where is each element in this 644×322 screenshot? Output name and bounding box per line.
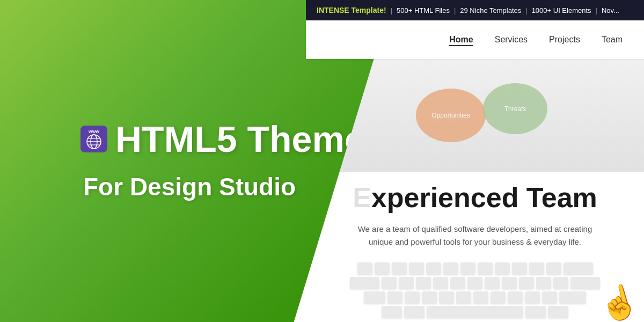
key [485, 277, 500, 289]
nav-link-home[interactable]: Home [449, 35, 473, 46]
key-row-3 [350, 291, 600, 303]
spacebar-key [427, 306, 523, 318]
key [473, 291, 488, 303]
nav-link-projects[interactable]: Projects [549, 35, 580, 44]
sep1: | [391, 6, 392, 14]
svg-text:WWW: WWW [89, 130, 99, 134]
key [508, 291, 523, 303]
nav-item-team[interactable]: Team [602, 35, 623, 45]
key [409, 262, 424, 274]
key [460, 262, 475, 274]
key [456, 291, 471, 303]
nav-link-services[interactable]: Services [495, 35, 528, 44]
nav-links: Home Services Projects Team [449, 35, 623, 45]
swot-bubbles: Opportunities Threats [384, 72, 566, 169]
nav-link-team[interactable]: Team [602, 35, 623, 44]
announcement-item-3: 1000+ UI Elements [532, 6, 591, 14]
key [357, 262, 372, 274]
navbar: Home Services Projects Team [306, 20, 644, 59]
sep3: | [525, 6, 527, 14]
key [399, 277, 414, 289]
main-title: HTML5 Theme [115, 121, 365, 157]
key [525, 291, 540, 303]
key [564, 262, 593, 274]
key [553, 277, 568, 289]
hero-heading-text: xperienced Team [371, 182, 597, 213]
key [525, 306, 546, 318]
key-row-2 [350, 277, 600, 289]
logo-area: WWW HTML5 Theme [80, 121, 392, 157]
key [433, 277, 448, 289]
hero-heading-prefix: E [353, 182, 371, 213]
swot-container: Opportunities Threats [373, 62, 577, 180]
sep2: | [454, 6, 456, 14]
hero-description: We are a team of qualified software deve… [346, 223, 604, 248]
announcement-highlight: INTENSE Template! [317, 6, 386, 14]
announcement-item-1: 500+ HTML Files [397, 6, 450, 14]
sep4: | [596, 6, 597, 14]
key [350, 277, 379, 289]
hero-heading: Experienced Team [322, 182, 628, 213]
announcement-bar: INTENSE Template! | 500+ HTML Files | 29… [306, 0, 644, 20]
keyboard-mockup [350, 262, 600, 318]
key [387, 291, 402, 303]
bubble-threats: Threats [483, 83, 547, 134]
key [443, 262, 458, 274]
nav-item-projects[interactable]: Projects [549, 35, 580, 45]
key [548, 306, 568, 318]
key [570, 277, 600, 289]
key [502, 277, 517, 289]
key [416, 277, 431, 289]
key [536, 277, 551, 289]
key [559, 291, 586, 303]
key [426, 262, 441, 274]
nav-item-services[interactable]: Services [495, 35, 528, 45]
key [546, 262, 561, 274]
globe-icon: WWW [80, 126, 107, 152]
key-row-1 [350, 262, 600, 274]
key [450, 277, 465, 289]
announcement-item-4: Nov... [602, 6, 619, 14]
key [542, 291, 557, 303]
key [382, 306, 402, 318]
key [404, 306, 425, 318]
bubble-opportunities-label: Opportunities [431, 112, 470, 119]
nav-item-home[interactable]: Home [449, 35, 473, 45]
key [382, 277, 397, 289]
announcement-item-2: 29 Niche Templates [460, 6, 521, 14]
key [422, 291, 437, 303]
key [364, 291, 385, 303]
key [529, 262, 544, 274]
key [467, 277, 482, 289]
key [512, 262, 527, 274]
key [495, 262, 510, 274]
key [439, 291, 454, 303]
key [375, 262, 390, 274]
key [519, 277, 534, 289]
key [392, 262, 407, 274]
key [491, 291, 506, 303]
key [405, 291, 420, 303]
hand-icon: ☝ [594, 280, 643, 322]
keyboard-area: ☝ [306, 258, 644, 322]
bubble-opportunities: Opportunities [416, 89, 486, 142]
key-row-spacebar [350, 306, 600, 318]
key [478, 262, 493, 274]
bubble-threats-label: Threats [504, 105, 526, 113]
